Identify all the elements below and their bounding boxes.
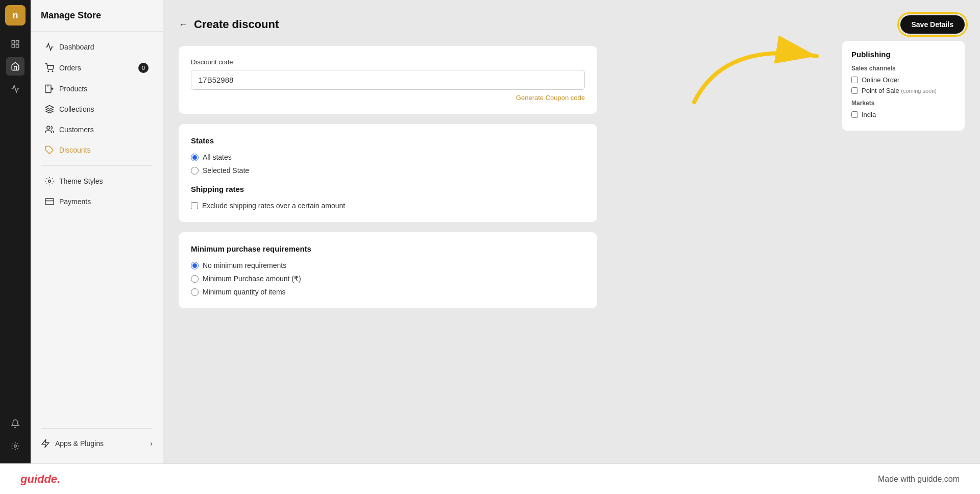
nav-divider	[41, 165, 153, 166]
orders-icon	[45, 63, 54, 72]
chart-icon	[45, 42, 54, 52]
back-button[interactable]: ←	[179, 19, 188, 30]
generate-coupon-link[interactable]: Generate Coupon code	[191, 94, 585, 102]
nav-item-orders[interactable]: Orders 0	[35, 58, 159, 78]
page-title-area: ← Create discount	[179, 18, 279, 31]
icon-nav-shop[interactable]	[6, 57, 24, 76]
no-min-radio[interactable]	[191, 262, 199, 269]
no-min-label: No minimum requirements	[203, 261, 286, 269]
footer-credit: Made with guidde.com	[878, 475, 960, 484]
nav-item-discounts[interactable]: Discounts	[35, 140, 159, 160]
states-title: States	[191, 136, 585, 145]
discounts-icon	[45, 145, 54, 155]
states-selected-state[interactable]: Selected State	[191, 166, 585, 175]
coming-soon-label: (coming soon)	[901, 88, 937, 94]
svg-point-4	[14, 445, 17, 448]
collections-icon	[45, 105, 54, 114]
discount-code-input[interactable]	[191, 70, 585, 90]
pos-checkbox[interactable]	[851, 87, 858, 94]
left-navigation: Manage Store Dashboard Orders 0 Products…	[31, 0, 163, 463]
online-order-label: Online Order	[862, 76, 899, 84]
svg-point-9	[47, 126, 50, 129]
discount-code-card: Discount code Generate Coupon code	[179, 46, 597, 114]
nav-item-collections[interactable]: Collections	[35, 100, 159, 119]
publishing-title: Publishing	[851, 50, 955, 59]
pos-item[interactable]: Point of Sale (coming soon)	[851, 87, 955, 94]
nav-item-payments[interactable]: Payments	[35, 192, 159, 211]
nav-label-payments: Payments	[59, 197, 91, 206]
shipping-title: Shipping rates	[191, 185, 585, 193]
content-area: Discount code Generate Coupon code State…	[179, 46, 597, 308]
footer-logo: guidde.	[20, 473, 60, 486]
svg-rect-3	[16, 45, 19, 47]
min-amount-item[interactable]: Minimum Purchase amount (₹)	[191, 275, 585, 283]
footer: guidde. Made with guidde.com	[0, 463, 980, 494]
india-market-item[interactable]: India	[851, 111, 955, 118]
selected-state-label: Selected State	[203, 166, 249, 175]
nav-item-dashboard[interactable]: Dashboard	[35, 37, 159, 57]
shipping-checkbox[interactable]	[191, 202, 198, 209]
orders-badge: 0	[138, 63, 149, 73]
nav-apps-plugins[interactable]: Apps & Plugins ›	[31, 434, 163, 453]
no-min-item[interactable]: No minimum requirements	[191, 261, 585, 269]
icon-nav-settings[interactable]	[6, 437, 24, 455]
nav-label-orders: Orders	[59, 64, 81, 72]
min-amount-label: Minimum Purchase amount (₹)	[203, 275, 301, 283]
products-icon	[45, 84, 54, 93]
svg-rect-2	[12, 45, 14, 47]
svg-marker-14	[42, 440, 49, 448]
sales-channels-label: Sales channels	[851, 65, 955, 72]
svg-rect-12	[45, 199, 54, 205]
markets-label: Markets	[851, 100, 955, 107]
payments-icon	[45, 197, 54, 206]
publishing-panel: Publishing Sales channels Online Order P…	[842, 41, 965, 131]
min-qty-radio[interactable]	[191, 288, 199, 296]
apps-icon	[41, 439, 50, 448]
icon-nav-analytics[interactable]	[6, 80, 24, 98]
save-details-button[interactable]: Save Details	[900, 15, 965, 34]
main-content: ← Create discount Save Details Discount …	[163, 0, 980, 463]
nav-divider-2	[41, 428, 153, 429]
min-qty-item[interactable]: Minimum quantity of items	[191, 288, 585, 296]
apps-arrow: ›	[150, 439, 153, 448]
shipping-checkbox-item[interactable]: Exclude shipping rates over a certain am…	[191, 202, 585, 210]
page-title: Create discount	[194, 18, 279, 31]
all-states-radio[interactable]	[191, 154, 199, 161]
nav-item-customers[interactable]: Customers	[35, 120, 159, 139]
svg-point-11	[48, 180, 51, 183]
states-all-states[interactable]: All states	[191, 153, 585, 161]
apps-label: Apps & Plugins	[55, 439, 104, 448]
shipping-checkbox-label: Exclude shipping rates over a certain am…	[202, 202, 345, 210]
icon-sidebar: n	[0, 0, 31, 463]
nav-label-collections: Collections	[59, 105, 94, 113]
min-qty-label: Minimum quantity of items	[203, 288, 286, 296]
nav-label-customers: Customers	[59, 126, 94, 134]
svg-rect-1	[16, 40, 19, 43]
page-header: ← Create discount Save Details	[179, 15, 965, 34]
states-card: States All states Selected State Shippin…	[179, 124, 597, 222]
online-order-checkbox[interactable]	[851, 77, 858, 83]
svg-rect-0	[12, 40, 14, 43]
india-checkbox[interactable]	[851, 111, 858, 118]
customers-icon	[45, 125, 54, 134]
svg-point-5	[48, 71, 49, 72]
nav-label-dashboard: Dashboard	[59, 43, 94, 51]
store-title: Manage Store	[31, 10, 163, 32]
pos-label: Point of Sale (coming soon)	[862, 87, 937, 94]
svg-marker-8	[46, 106, 54, 110]
icon-nav-store[interactable]	[6, 35, 24, 53]
app-logo: n	[5, 5, 26, 26]
svg-point-6	[52, 71, 53, 72]
nav-item-products[interactable]: Products	[35, 79, 159, 98]
nav-item-theme-styles[interactable]: Theme Styles	[35, 171, 159, 191]
selected-state-radio[interactable]	[191, 167, 199, 175]
icon-nav-bell[interactable]	[6, 414, 24, 433]
discount-code-label: Discount code	[191, 58, 585, 66]
nav-label-products: Products	[59, 85, 87, 93]
india-label: India	[862, 111, 876, 118]
min-purchase-radio-group: No minimum requirements Minimum Purchase…	[191, 261, 585, 296]
online-order-item[interactable]: Online Order	[851, 76, 955, 84]
publishing-card: Publishing Sales channels Online Order P…	[842, 41, 965, 131]
min-amount-radio[interactable]	[191, 275, 199, 283]
nav-label-discounts: Discounts	[59, 146, 90, 154]
